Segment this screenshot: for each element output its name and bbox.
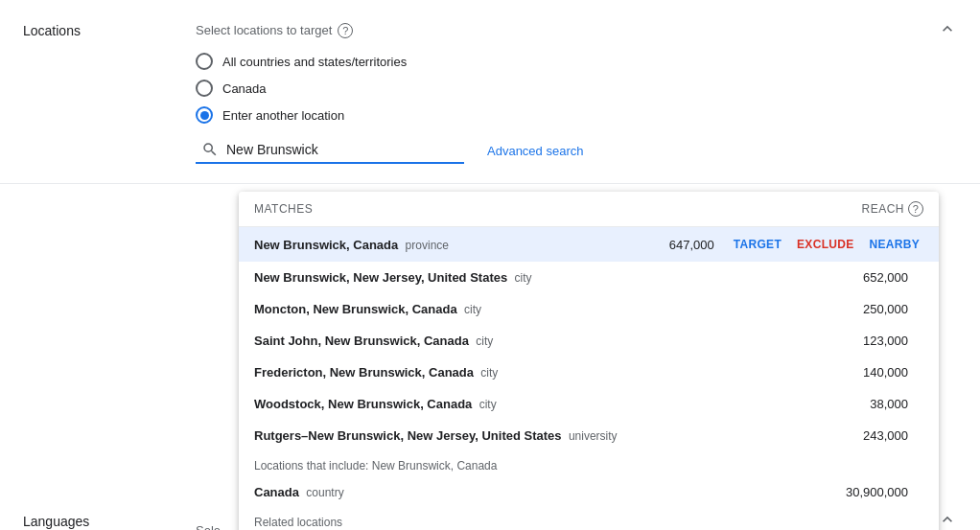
- locations-help-icon[interactable]: ?: [338, 23, 353, 38]
- locations-section: Locations Select locations to target ?: [0, 0, 980, 184]
- search-icon: [201, 141, 219, 158]
- locations-row: Locations Select locations to target ?: [0, 19, 980, 164]
- radio-label-all: All countries and states/territories: [222, 55, 407, 69]
- match-text-4: Fredericton, New Brunswick, Canada city: [254, 365, 822, 380]
- match-text-5: Woodstock, New Brunswick, Canada city: [254, 397, 822, 411]
- locations-label: Locations: [23, 19, 196, 38]
- dropdown-row-3[interactable]: Saint John, New Brunswick, Canada city 1…: [239, 325, 939, 357]
- includes-header: Locations that include: New Brunswick, C…: [239, 451, 939, 476]
- location-dropdown: Matches Reach ? New Brunswick, Canada pr…: [239, 192, 939, 530]
- dropdown-row-0[interactable]: New Brunswick, Canada province 647,000 T…: [239, 227, 939, 262]
- dropdown-row-6[interactable]: Rutgers–New Brunswick, New Jersey, Unite…: [239, 420, 939, 451]
- nearby-btn-0[interactable]: NEARBY: [866, 236, 923, 253]
- target-btn-0[interactable]: TARGET: [730, 236, 785, 253]
- locations-content: Select locations to target ? All countri…: [196, 19, 957, 164]
- languages-collapse-btn[interactable]: [938, 510, 957, 530]
- radio-label-another: Enter another location: [222, 108, 344, 123]
- reach-val-2: 250,000: [822, 302, 908, 316]
- includes-reach-val-0: 30,900,000: [822, 485, 908, 499]
- locations-section-header: Select locations to target ?: [196, 19, 957, 41]
- languages-select-text: Sele: [196, 523, 221, 531]
- reach-val-0: 647,000: [628, 238, 714, 252]
- dropdown-row-4[interactable]: Fredericton, New Brunswick, Canada city …: [239, 357, 939, 388]
- dropdown-reach-col: Reach ?: [828, 201, 923, 217]
- match-text-1: New Brunswick, New Jersey, United States…: [254, 270, 822, 285]
- location-search-input[interactable]: [226, 142, 458, 157]
- reach-val-3: 123,000: [822, 334, 908, 348]
- dropdown-row-5[interactable]: Woodstock, New Brunswick, Canada city 38…: [239, 388, 939, 420]
- reach-help-icon[interactable]: ?: [908, 201, 923, 217]
- search-row: Advanced search: [196, 137, 957, 164]
- dropdown-row-2[interactable]: Moncton, New Brunswick, Canada city 250,…: [239, 293, 939, 325]
- advanced-search-link[interactable]: Advanced search: [487, 144, 583, 158]
- radio-another-location[interactable]: Enter another location: [196, 106, 957, 124]
- includes-match-text-0: Canada country: [254, 485, 822, 499]
- dropdown-matches-col: Matches: [254, 202, 828, 216]
- match-text-3: Saint John, New Brunswick, Canada city: [254, 334, 822, 348]
- dropdown-header: Matches Reach ?: [239, 192, 939, 227]
- radio-circle-all: [196, 53, 213, 70]
- page-wrapper: Locations Select locations to target ?: [0, 0, 980, 530]
- radio-canada[interactable]: Canada: [196, 80, 957, 97]
- related-header: Related locations: [239, 508, 939, 530]
- dropdown-row-1[interactable]: New Brunswick, New Jersey, United States…: [239, 262, 939, 293]
- locations-title: Select locations to target ?: [196, 23, 353, 38]
- reach-val-5: 38,000: [822, 397, 908, 411]
- exclude-btn-0[interactable]: EXCLUDE: [793, 236, 857, 253]
- radio-circle-another: [196, 106, 213, 124]
- reach-val-4: 140,000: [822, 365, 908, 380]
- dropdown-includes-row-0[interactable]: Canada country 30,900,000: [239, 476, 939, 508]
- search-box: [196, 137, 464, 164]
- reach-val-1: 652,000: [822, 270, 908, 285]
- radio-all-countries[interactable]: All countries and states/territories: [196, 53, 957, 70]
- action-btns-0: TARGET EXCLUDE NEARBY: [730, 236, 923, 253]
- reach-val-6: 243,000: [822, 428, 908, 443]
- locations-collapse-btn[interactable]: [938, 19, 957, 41]
- match-text-6: Rutgers–New Brunswick, New Jersey, Unite…: [254, 428, 822, 443]
- match-text-2: Moncton, New Brunswick, Canada city: [254, 302, 822, 316]
- languages-label: Languages: [23, 510, 196, 529]
- radio-circle-canada: [196, 80, 213, 97]
- match-text-0: New Brunswick, Canada province: [254, 238, 628, 252]
- radio-label-canada: Canada: [222, 81, 267, 96]
- locations-radio-group: All countries and states/territories Can…: [196, 53, 957, 124]
